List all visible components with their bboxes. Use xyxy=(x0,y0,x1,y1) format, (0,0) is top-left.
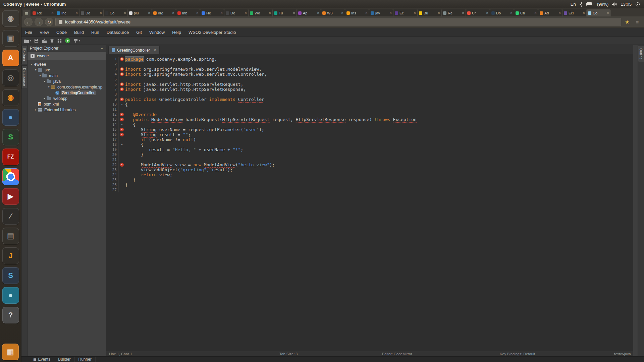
tree-item-src[interactable]: ▾src xyxy=(28,67,106,73)
error-marker-icon[interactable]: × xyxy=(120,118,124,121)
tab-close-icon[interactable]: × xyxy=(486,11,488,15)
code-line[interactable]: 4×import org.springframework.web.servlet… xyxy=(106,72,633,77)
code-area[interactable]: 1×package com.codenvy.example.spring;23×… xyxy=(106,54,633,351)
browser-tab[interactable]: De× xyxy=(79,9,104,16)
tab-close-icon[interactable]: × xyxy=(124,11,126,15)
browser-tab[interactable]: Inb× xyxy=(176,9,200,16)
launcher-icon-teal-app[interactable]: ● xyxy=(2,287,19,304)
battery-icon[interactable] xyxy=(586,2,593,6)
error-marker-icon[interactable]: × xyxy=(120,57,124,61)
tab-close-icon[interactable]: × xyxy=(438,11,440,15)
address-bar[interactable]: localhost:44350/ws/default/eweee xyxy=(55,18,621,26)
tab-close-icon[interactable]: × xyxy=(154,48,156,53)
forward-button[interactable]: → xyxy=(35,18,43,26)
code-line[interactable]: 2 xyxy=(106,62,633,67)
keyboard-indicator[interactable]: En xyxy=(571,2,576,7)
show-views-button[interactable] xyxy=(57,38,62,44)
code-line[interactable]: 20 } xyxy=(106,152,633,157)
code-line[interactable]: 17 if (userName != null) xyxy=(106,137,633,142)
tab-close-icon[interactable]: × xyxy=(269,11,271,15)
bottom-tab-runner[interactable]: Runner xyxy=(75,357,96,362)
launcher-icon-dash-home[interactable]: ◉ xyxy=(2,10,19,27)
tree-item-com-codenvy-example-sp[interactable]: ▾com.codenvy.example.sp xyxy=(28,84,106,90)
tab-close-icon[interactable]: × xyxy=(341,11,343,15)
code-line[interactable]: 21 xyxy=(106,157,633,162)
browser-tab[interactable]: De× xyxy=(224,9,249,16)
code-line[interactable]: 24 return view; xyxy=(106,172,633,177)
code-line[interactable]: 3×import org.springframework.web.servlet… xyxy=(106,67,633,72)
tab-close-icon[interactable]: × xyxy=(220,11,223,15)
code-line[interactable]: 8 xyxy=(106,92,633,97)
back-button[interactable]: ← xyxy=(24,18,33,26)
browser-tab[interactable]: Co× xyxy=(104,9,128,16)
launcher-icon-movie-player[interactable]: ▶ xyxy=(2,188,19,205)
browser-tab[interactable]: jav× xyxy=(369,9,393,16)
browser-tab[interactable]: plu× xyxy=(128,9,152,16)
run-button[interactable] xyxy=(65,38,70,44)
browser-tab[interactable]: Ad× xyxy=(538,9,562,16)
browser-tab[interactable]: Ap× xyxy=(297,9,321,16)
browser-tab[interactable]: Co× xyxy=(587,9,611,16)
tab-close-icon[interactable]: × xyxy=(75,11,78,15)
launcher-icon-bottom-app[interactable]: ▦ xyxy=(2,344,19,360)
tab-close-icon[interactable]: × xyxy=(100,11,102,15)
editor-tab-greetingcontroller[interactable]: GreetingController × xyxy=(108,46,160,54)
launcher-icon-media-swirl-app[interactable]: ◎ xyxy=(2,69,19,86)
code-line[interactable]: 5 xyxy=(106,77,633,82)
browser-tab[interactable]: org× xyxy=(152,9,176,16)
tab-close-icon[interactable]: × xyxy=(317,11,319,15)
menu-datasource[interactable]: Datasource xyxy=(103,28,132,37)
tab-close-icon[interactable]: × xyxy=(293,11,295,15)
tree-item-eweee[interactable]: ▾eweee xyxy=(28,61,106,67)
error-marker-icon[interactable]: × xyxy=(120,72,124,76)
tab-close-icon[interactable]: × xyxy=(558,11,561,15)
tab-close-icon[interactable]: × xyxy=(172,11,174,15)
tab-close-icon[interactable]: × xyxy=(365,11,368,15)
code-line[interactable]: 27 xyxy=(106,187,633,192)
error-marker-icon[interactable]: × xyxy=(120,82,124,86)
tree-item-pom-xml[interactable]: pom.xml xyxy=(28,101,106,107)
tab-close-icon[interactable]: × xyxy=(534,11,537,15)
code-line[interactable]: 7×import javax.servlet.http.HttpServletR… xyxy=(106,87,633,92)
menu-build[interactable]: Build xyxy=(70,28,88,37)
tree-item-external-libraries[interactable]: ▸External Libraries xyxy=(28,107,106,113)
tab-explorer[interactable]: Explorer xyxy=(21,46,28,64)
menu-code[interactable]: Code xyxy=(53,28,70,37)
tree-item-main[interactable]: ▾main xyxy=(28,73,106,78)
browser-tab[interactable]: Cr× xyxy=(466,9,490,16)
code-line[interactable]: 26} xyxy=(106,182,633,187)
browser-tab[interactable]: Ins× xyxy=(345,9,369,16)
session-gear-icon[interactable] xyxy=(635,2,640,7)
code-line[interactable]: 1×package com.codenvy.example.spring; xyxy=(106,57,633,62)
tab-close-icon[interactable]: × xyxy=(414,11,416,15)
volume-icon[interactable] xyxy=(612,2,617,6)
menu-window[interactable]: Window xyxy=(146,28,168,37)
code-line[interactable]: 16× String result = ""; xyxy=(106,132,633,137)
tree-item-java[interactable]: ▾java xyxy=(28,78,106,84)
browser-tab[interactable]: Inc× xyxy=(55,9,79,16)
launcher-icon-film-app[interactable]: ▤ xyxy=(2,228,19,244)
browser-tab[interactable]: Do× xyxy=(490,9,514,16)
browser-tab[interactable]: Tu× xyxy=(273,9,297,16)
code-line[interactable]: 6×import javax.servlet.http.HttpServletR… xyxy=(106,82,633,87)
editor-scrollbar[interactable] xyxy=(633,45,638,356)
code-line[interactable]: 9×public class GreetingController implem… xyxy=(106,97,633,102)
launcher-icon-blue-orb-app[interactable]: ● xyxy=(2,109,19,126)
reload-button[interactable]: ↻ xyxy=(45,18,53,26)
tab-close-icon[interactable]: × xyxy=(607,11,609,15)
browser-tab[interactable]: Wo× xyxy=(249,9,273,16)
error-marker-icon[interactable]: × xyxy=(120,87,124,91)
tab-close-icon[interactable]: × xyxy=(510,11,513,15)
browser-tab[interactable]: Ch× xyxy=(514,9,538,16)
code-line[interactable]: 22× ModelAndView view = new ModelAndView… xyxy=(106,162,633,167)
clock[interactable]: 13:05 xyxy=(621,2,632,7)
code-line[interactable]: 10▾{ xyxy=(106,102,633,107)
open-project-button[interactable] xyxy=(42,38,47,44)
tab-close-icon[interactable]: × xyxy=(583,11,585,15)
fold-toggle-icon[interactable]: ▾ xyxy=(121,103,122,106)
error-marker-icon[interactable]: × xyxy=(120,98,124,101)
tree-item-webapp[interactable]: ▸webapp xyxy=(28,96,106,101)
browser-tab[interactable]: He× xyxy=(200,9,224,16)
bookmark-star-icon[interactable]: ★ xyxy=(623,18,631,26)
code-line[interactable]: 11 xyxy=(106,107,633,112)
